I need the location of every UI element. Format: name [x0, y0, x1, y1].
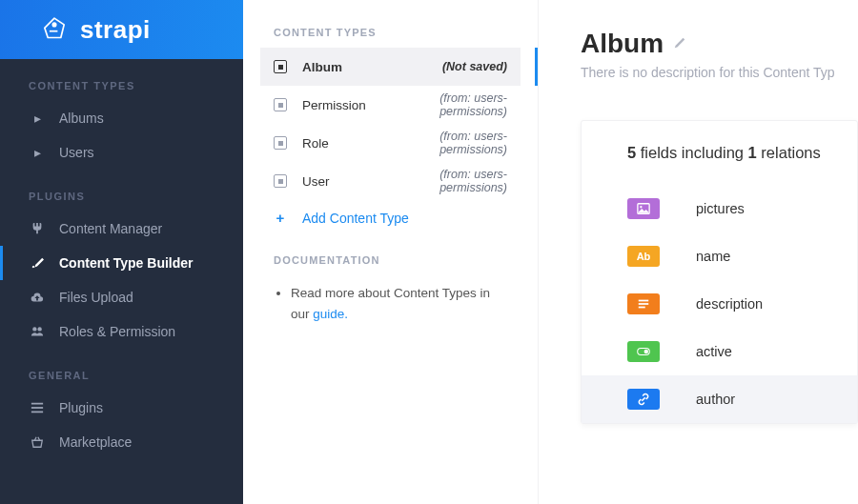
content-type-name: Permission — [302, 98, 382, 112]
svg-point-7 — [640, 206, 642, 208]
relations-count: 1 — [748, 144, 757, 161]
content-type-row-user[interactable]: User (from: users-permissions) — [260, 162, 521, 200]
content-types-panel: Content Types Album (Not saved) Permissi… — [243, 0, 539, 504]
content-type-meta: (from: users-permissions) — [398, 91, 507, 118]
users-icon — [29, 325, 46, 338]
square-dot-icon — [274, 136, 287, 150]
field-name: active — [696, 344, 732, 359]
fields-heading: 5 fields including 1 relations — [582, 121, 857, 185]
cloud-upload-icon — [29, 291, 46, 304]
media-type-icon — [627, 198, 660, 219]
field-row-name[interactable]: Ab name — [582, 232, 857, 280]
field-name: description — [696, 296, 763, 312]
strapi-logo-icon — [38, 13, 71, 46]
svg-rect-3 — [31, 403, 43, 405]
svg-point-1 — [32, 327, 36, 331]
add-content-type-button[interactable]: + Add Content Type — [260, 200, 521, 254]
sidebar-item-content-manager[interactable]: Content Manager — [0, 212, 243, 246]
panel-section-content-types: Content Types — [260, 27, 521, 48]
list-icon — [29, 401, 46, 414]
sidebar-item-label: Content Type Builder — [59, 255, 194, 271]
sidebar-section-content-types: Content Types — [0, 59, 243, 101]
sidebar-item-label: Plugins — [59, 400, 103, 415]
detail-title-text: Album — [581, 29, 664, 59]
field-row-active[interactable]: active — [582, 328, 857, 375]
sidebar-item-albums[interactable]: ▸ Albums — [0, 101, 243, 135]
sidebar-item-users[interactable]: ▸ Users — [0, 135, 243, 170]
field-name: name — [696, 249, 730, 264]
content-type-row-permission[interactable]: Permission (from: users-permissions) — [260, 86, 521, 124]
sidebar-item-label: Roles & Permission — [59, 324, 175, 339]
square-dot-icon — [274, 174, 287, 188]
brand-name: strapi — [80, 15, 151, 45]
fields-head-text2: relations — [757, 144, 821, 161]
sidebar-item-files-upload[interactable]: Files Upload — [0, 280, 243, 314]
sidebar-section-general: General — [0, 349, 243, 391]
fields-head-text1: fields including — [636, 144, 747, 161]
pencil-icon[interactable] — [673, 36, 686, 52]
svg-point-0 — [51, 22, 56, 27]
triangle-right-icon: ▸ — [29, 145, 46, 160]
plug-icon — [29, 222, 46, 235]
sidebar-item-marketplace[interactable]: Marketplace — [0, 425, 243, 459]
sidebar-item-roles-permission[interactable]: Roles & Permission — [0, 314, 243, 349]
sidebar-item-label: Albums — [59, 111, 104, 126]
content-type-row-role[interactable]: Role (from: users-permissions) — [260, 124, 521, 162]
field-row-author[interactable]: author — [582, 375, 857, 423]
svg-point-2 — [37, 327, 41, 331]
plus-icon: + — [274, 210, 287, 226]
svg-point-12 — [644, 350, 648, 353]
brand[interactable]: strapi — [0, 0, 243, 59]
content-type-name: Role — [302, 136, 382, 151]
content-type-name: Album — [302, 60, 382, 74]
detail-subtitle: There is no description for this Content… — [581, 65, 858, 80]
basket-icon — [29, 435, 46, 449]
text-type-icon — [627, 293, 660, 314]
content-type-meta: (from: users-permissions) — [398, 130, 507, 156]
sidebar-section-plugins: Plugins — [0, 170, 243, 212]
relation-type-icon — [627, 389, 660, 410]
content-type-list: Album (Not saved) Permission (from: user… — [260, 48, 521, 200]
string-type-icon: Ab — [627, 246, 660, 267]
field-row-description[interactable]: description — [582, 280, 857, 328]
content-type-detail: Album There is no description for this C… — [539, 0, 858, 504]
svg-rect-10 — [639, 307, 645, 309]
triangle-right-icon: ▸ — [29, 111, 46, 126]
sidebar: strapi Content Types ▸ Albums ▸ Users Pl… — [0, 0, 243, 504]
svg-rect-5 — [31, 412, 43, 413]
svg-rect-8 — [639, 300, 649, 302]
documentation-text: Read more about Content Types in our gui… — [260, 275, 521, 332]
field-row-pictures[interactable]: pictures — [582, 185, 857, 232]
fields-card: 5 fields including 1 relations pictures … — [581, 120, 858, 424]
sidebar-item-label: Marketplace — [59, 434, 132, 450]
square-dot-icon — [274, 60, 287, 73]
content-type-name: User — [302, 174, 382, 189]
detail-title: Album — [581, 29, 858, 59]
content-type-meta: (from: users-permissions) — [398, 168, 507, 194]
boolean-type-icon — [627, 341, 660, 362]
svg-rect-9 — [639, 303, 649, 305]
content-type-meta: (Not saved) — [398, 60, 507, 73]
field-name: author — [696, 392, 735, 407]
brush-icon — [29, 256, 46, 270]
sidebar-item-plugins[interactable]: Plugins — [0, 391, 243, 425]
field-name: pictures — [696, 201, 745, 216]
svg-rect-4 — [31, 407, 43, 409]
fields-count: 5 — [627, 144, 636, 161]
sidebar-item-content-type-builder[interactable]: Content Type Builder — [0, 246, 243, 280]
sidebar-item-label: Users — [59, 145, 94, 160]
panel-section-documentation: Documentation — [260, 254, 521, 275]
sidebar-item-label: Content Manager — [59, 221, 162, 236]
content-type-row-album[interactable]: Album (Not saved) — [260, 48, 521, 86]
square-dot-icon — [274, 98, 287, 111]
doc-guide-link[interactable]: guide. — [313, 307, 348, 321]
add-content-type-label: Add Content Type — [302, 211, 409, 226]
sidebar-item-label: Files Upload — [59, 290, 133, 305]
